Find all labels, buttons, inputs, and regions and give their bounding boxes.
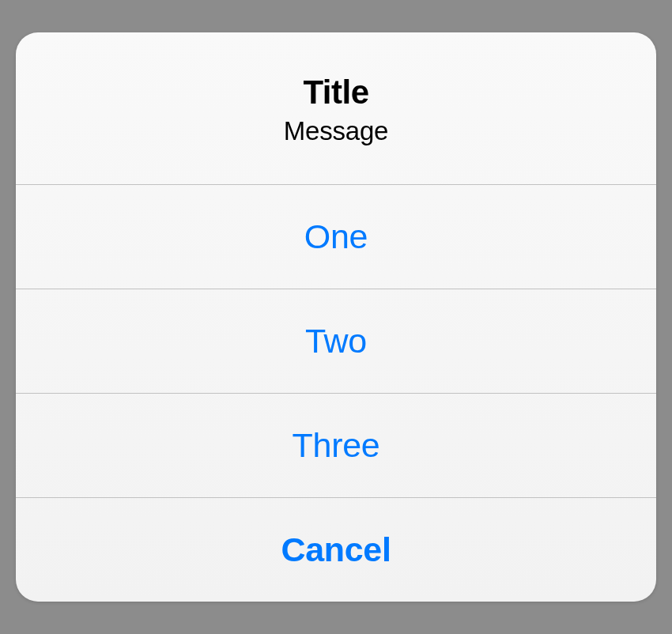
action-sheet: Title Message One Two Three Cancel xyxy=(16,32,656,602)
action-button-three[interactable]: Three xyxy=(16,394,656,498)
cancel-button[interactable]: Cancel xyxy=(16,498,656,602)
action-button-one[interactable]: One xyxy=(16,185,656,289)
action-sheet-title: Title xyxy=(32,74,640,111)
action-sheet-header: Title Message xyxy=(16,32,656,185)
action-button-two[interactable]: Two xyxy=(16,289,656,394)
action-sheet-message: Message xyxy=(32,116,640,146)
